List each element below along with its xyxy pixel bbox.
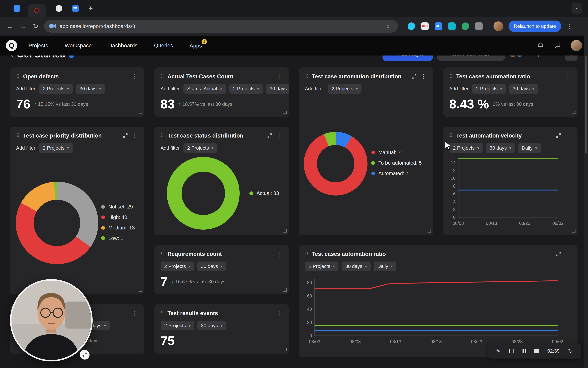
scrollbar-thumb[interactable] — [585, 56, 587, 154]
back-button[interactable]: ← — [4, 20, 17, 32]
expand-icon[interactable] — [412, 74, 417, 79]
active-tab[interactable] — [28, 4, 46, 17]
share-dashboard-button[interactable]: Share dashboard — [437, 55, 505, 61]
back-chevron-icon[interactable]: ‹ — [10, 55, 13, 61]
widget-menu-icon[interactable]: ⋮ — [420, 73, 427, 80]
webcam-overlay[interactable] — [10, 279, 93, 362]
nav-item-queries[interactable]: Queries — [154, 42, 173, 49]
dashboard-projects-group[interactable]: 2 Projects — [509, 55, 548, 61]
resize-handle[interactable] — [283, 110, 287, 115]
extension-icon-teal[interactable] — [448, 22, 455, 30]
drag-handle-icon[interactable]: ⠿ — [161, 133, 164, 138]
chat-icon[interactable] — [554, 42, 561, 49]
forward-button[interactable]: → — [17, 20, 29, 32]
resize-handle[interactable] — [427, 228, 431, 234]
annotate-pencil-icon[interactable]: ✎ — [496, 348, 501, 354]
expand-icon[interactable] — [556, 252, 561, 256]
projects-filter[interactable]: 2 Projects▾ — [328, 84, 361, 94]
pause-button[interactable] — [522, 349, 526, 353]
nav-item-apps[interactable]: Apps — [190, 43, 202, 49]
projects-filter[interactable]: 2 Projects▾ — [161, 321, 194, 331]
projects-filter[interactable]: 2 Projects▾ — [229, 84, 263, 94]
url-bar[interactable]: app.qase.io/report/dashboards/3 ☆ — [44, 20, 398, 32]
expand-icon[interactable] — [556, 133, 561, 138]
period-filter[interactable]: 30 days▾ — [486, 143, 515, 153]
widget-menu-icon[interactable]: ⋮ — [131, 310, 138, 316]
granularity-filter[interactable]: Daily▾ — [374, 261, 397, 271]
period-filter[interactable]: 30 days▾ — [76, 84, 105, 94]
add-filter-button[interactable]: Add filter — [449, 86, 469, 92]
period-filter[interactable]: 30 days▾ — [266, 84, 289, 94]
widget-menu-icon[interactable]: ⋮ — [276, 310, 283, 316]
add-widget-button[interactable]: +Add widget — [382, 55, 433, 61]
projects-filter[interactable]: 2 Projects▾ — [161, 261, 194, 271]
add-filter-button[interactable]: Add filter — [161, 86, 180, 92]
widget-menu-icon[interactable]: ⋮ — [131, 73, 138, 80]
user-avatar[interactable] — [571, 40, 582, 51]
widget-menu-icon[interactable]: ⋮ — [564, 251, 571, 257]
webcam-expand-button[interactable] — [80, 350, 90, 359]
widget-menu-icon[interactable]: ⋮ — [276, 132, 283, 139]
projects-filter[interactable]: 2 Projects▾ — [305, 261, 339, 271]
scrollbar[interactable] — [584, 36, 588, 368]
widget-menu-icon[interactable]: ⋮ — [564, 73, 571, 80]
projects-filter[interactable]: 2 Projects▾ — [39, 84, 73, 94]
expand-icon[interactable] — [267, 133, 272, 138]
extension-icon-zoom[interactable] — [435, 22, 442, 30]
resize-handle[interactable] — [283, 347, 287, 353]
relaunch-button[interactable]: Relaunch to update — [509, 20, 561, 32]
resize-handle[interactable] — [283, 287, 287, 293]
status-filter-chip[interactable]: Status: Actual× — [183, 84, 226, 94]
period-filter[interactable]: 30 days▾ — [341, 261, 370, 271]
drag-handle-icon[interactable]: ⠿ — [161, 251, 164, 257]
resize-handle[interactable] — [572, 110, 576, 115]
pinned-tab-icon[interactable] — [14, 5, 20, 12]
canvas-icon[interactable] — [509, 349, 514, 353]
add-filter-button[interactable]: Add filter — [161, 145, 180, 151]
drag-handle-icon[interactable]: ⠿ — [161, 74, 164, 79]
browser-menu-icon[interactable]: ⋮ — [564, 23, 574, 30]
tab-search-chevron-icon[interactable]: ▾ — [571, 3, 582, 14]
projects-filter[interactable]: 2 Projects▾ — [183, 143, 217, 153]
remove-filter-icon[interactable]: × — [220, 86, 223, 92]
notes-tab-icon[interactable] — [72, 5, 79, 12]
extensions-puzzle-icon[interactable] — [475, 22, 483, 30]
github-tab-icon[interactable] — [56, 5, 62, 12]
add-filter-button[interactable]: Add filter — [16, 86, 35, 92]
period-filter[interactable]: 30 days▾ — [509, 84, 538, 94]
dashboard-settings-icon[interactable]: ⚙ — [565, 55, 578, 61]
extension-icon-blue[interactable] — [408, 22, 415, 30]
notifications-bell-icon[interactable] — [537, 42, 544, 49]
widget-menu-icon[interactable]: ⋮ — [276, 73, 283, 80]
nav-item-workspace[interactable]: Workspace — [65, 42, 92, 49]
widget-menu-icon[interactable]: ⋮ — [276, 251, 283, 257]
restart-recording-icon[interactable]: ↻ — [568, 348, 573, 354]
drag-handle-icon[interactable]: ⠿ — [305, 74, 308, 79]
bookmark-star-icon[interactable]: ☆ — [383, 23, 393, 30]
granularity-filter[interactable]: Daily▾ — [518, 143, 541, 153]
expand-icon[interactable] — [123, 133, 128, 138]
new-tab-button[interactable]: + — [86, 4, 95, 13]
extension-icon-rec[interactable]: REC — [421, 22, 429, 30]
widget-menu-icon[interactable]: ⋮ — [564, 132, 571, 139]
projects-filter[interactable]: 2 Projects▾ — [449, 143, 483, 153]
add-filter-button[interactable]: Add filter — [16, 145, 35, 151]
nav-item-dashboards[interactable]: Dashboards — [108, 42, 138, 49]
stop-button[interactable] — [534, 349, 539, 353]
drag-handle-icon[interactable]: ⠿ — [305, 251, 308, 257]
browser-profile-avatar[interactable] — [493, 21, 503, 31]
projects-filter[interactable]: 2 Projects▾ — [472, 84, 506, 94]
reload-button[interactable]: ↻ — [29, 20, 42, 32]
resize-handle[interactable] — [139, 110, 142, 115]
add-filter-button[interactable]: Add filter — [305, 86, 324, 92]
qase-logo[interactable]: Q — [6, 40, 17, 51]
widget-menu-icon[interactable]: ⋮ — [131, 132, 138, 139]
drag-handle-icon[interactable]: ⠿ — [16, 74, 20, 79]
drag-handle-icon[interactable]: ⠿ — [161, 310, 164, 316]
resize-handle[interactable] — [283, 228, 287, 234]
nav-item-projects[interactable]: Projects — [28, 42, 48, 49]
drag-handle-icon[interactable]: ⠿ — [449, 74, 453, 79]
resize-handle[interactable] — [139, 347, 142, 353]
resize-handle[interactable] — [139, 287, 142, 293]
period-filter[interactable]: 30 days▾ — [197, 261, 226, 271]
